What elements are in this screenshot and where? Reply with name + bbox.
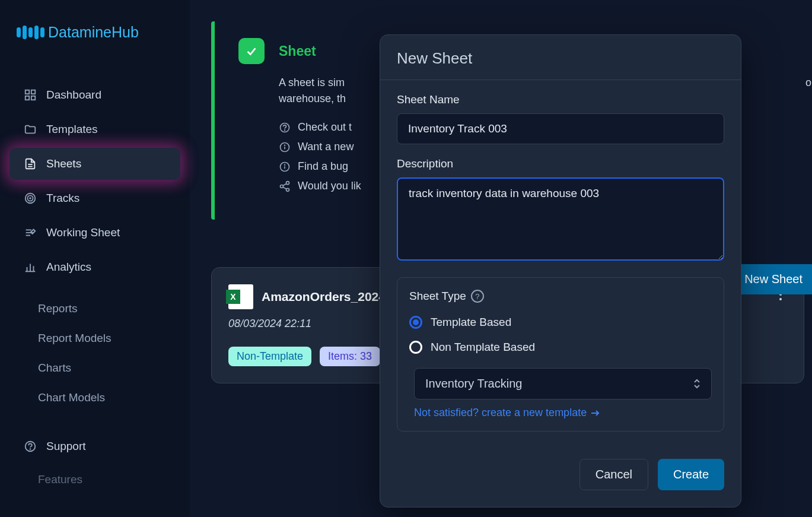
sidebar-item-sheets[interactable]: Sheets: [9, 148, 180, 180]
badge-non-template: Non-Template: [228, 347, 311, 366]
arrow-right-icon: [590, 409, 601, 417]
sidebar-item-dashboard[interactable]: Dashboard: [9, 79, 180, 111]
sidebar-item-label: Analytics: [46, 261, 91, 274]
svg-rect-0: [26, 90, 29, 94]
sidebar-sub-features[interactable]: Features: [0, 465, 190, 494]
file-icon: [24, 157, 37, 170]
new-sheet-button[interactable]: New Sheet: [733, 264, 812, 294]
sidebar-item-support[interactable]: Support: [9, 430, 180, 462]
new-sheet-modal: New Sheet Sheet Name Description Sheet T…: [380, 34, 741, 508]
sheet-type-label: Sheet Type ?: [409, 290, 712, 303]
svg-point-19: [285, 129, 285, 130]
excel-icon: X: [228, 284, 253, 309]
radio-non-template-based[interactable]: Non Template Based: [409, 335, 712, 360]
badge-items: Items: 33: [320, 347, 380, 366]
svg-point-33: [779, 298, 782, 300]
edit-icon: [24, 226, 37, 239]
info-title: Sheet: [279, 43, 316, 59]
svg-point-25: [285, 164, 285, 165]
target-icon: [24, 192, 37, 205]
svg-point-28: [286, 188, 289, 191]
sheet-type-box: Sheet Type ? Template Based Non Template…: [397, 277, 724, 432]
sidebar-sub-reports[interactable]: Reports: [0, 294, 190, 323]
svg-rect-3: [31, 96, 35, 100]
folder-icon: [24, 123, 37, 136]
sidebar-sub-report-models[interactable]: Report Models: [0, 323, 190, 353]
radio-template-based[interactable]: Template Based: [409, 310, 712, 335]
brand-name: DatamineHub: [48, 24, 139, 41]
chart-icon: [24, 261, 37, 274]
description-label: Description: [397, 157, 724, 170]
sidebar-item-templates[interactable]: Templates: [9, 113, 180, 145]
share-icon: [279, 180, 291, 192]
help-icon: [24, 440, 37, 453]
svg-rect-1: [31, 90, 35, 94]
info-circle-icon: [279, 161, 291, 173]
create-button[interactable]: Create: [658, 459, 724, 490]
svg-line-30: [283, 187, 286, 189]
sidebar: DatamineHub Dashboard Templates Sheets T…: [0, 0, 190, 517]
modal-title: New Sheet: [380, 35, 741, 80]
cancel-button[interactable]: Cancel: [579, 459, 648, 490]
radio-icon: [409, 316, 422, 329]
select-chevron-icon: [693, 379, 700, 389]
sheet-name: AmazonOrders_20240: [262, 290, 393, 304]
logo-icon: [17, 26, 44, 39]
sidebar-item-analytics[interactable]: Analytics: [9, 251, 180, 283]
sidebar-item-label: Templates: [46, 123, 98, 136]
sidebar-item-label: Sheets: [46, 157, 81, 170]
check-icon: [238, 38, 265, 64]
logo[interactable]: DatamineHub: [0, 12, 190, 77]
svg-point-8: [30, 198, 31, 199]
description-input[interactable]: [397, 177, 724, 261]
sidebar-item-tracks[interactable]: Tracks: [9, 182, 180, 214]
sidebar-sub-chart-models[interactable]: Chart Models: [0, 383, 190, 413]
radio-icon: [409, 341, 422, 354]
svg-point-26: [286, 181, 289, 184]
sidebar-sub-charts[interactable]: Charts: [0, 353, 190, 383]
sidebar-item-label: Dashboard: [46, 88, 101, 102]
svg-point-17: [30, 449, 31, 449]
sheet-name-input[interactable]: [397, 113, 724, 144]
template-select[interactable]: Inventory Tracking: [414, 368, 712, 399]
sidebar-item-label: Tracks: [46, 192, 79, 205]
dashboard-icon: [24, 88, 37, 102]
help-icon[interactable]: ?: [471, 290, 484, 303]
info-circle-icon: [279, 141, 291, 153]
create-template-link[interactable]: Not satisfied? create a new template: [414, 407, 601, 419]
sidebar-item-label: Working Sheet: [46, 226, 120, 239]
help-circle-icon: [279, 122, 291, 134]
sidebar-item-working-sheet[interactable]: Working Sheet: [9, 217, 180, 249]
svg-point-22: [285, 145, 285, 145]
sheet-name-label: Sheet Name: [397, 93, 724, 106]
svg-line-29: [283, 183, 286, 185]
svg-point-27: [281, 185, 284, 188]
sidebar-item-label: Support: [46, 440, 86, 453]
svg-rect-2: [26, 96, 29, 100]
